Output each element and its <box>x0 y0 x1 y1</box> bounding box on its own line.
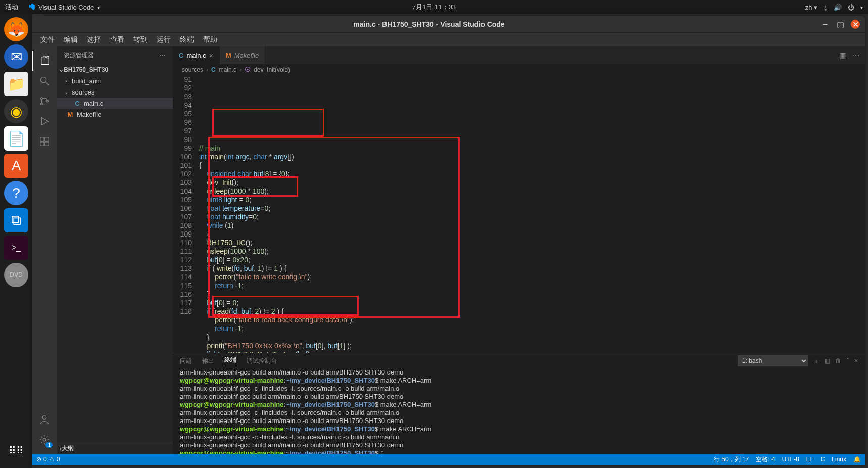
datetime[interactable]: 7月1日 11：03 <box>412 3 456 12</box>
activity-explorer[interactable] <box>32 51 57 71</box>
tree-file-makefile[interactable]: M Makefile <box>57 109 173 120</box>
dock: 🦊 ✉ 📁 ◉ 📄 A ? ⧉ >_ DVD ⠿⠿ <box>0 14 32 468</box>
panel-tabs: 问题 输出 终端 调试控制台 1: bash ＋ ▥ 🗑 ˄ × <box>173 353 865 368</box>
chevron-down-icon: ⌄ <box>64 89 69 95</box>
tab-main-c[interactable]: C main.c × <box>173 46 220 64</box>
status-lang[interactable]: C <box>821 455 825 464</box>
code-editor[interactable]: 9192939495969798991001011021031041051061… <box>173 75 865 353</box>
window-minimize-button[interactable]: – <box>821 20 830 29</box>
minimap[interactable] <box>809 75 865 353</box>
breadcrumb-item[interactable]: sources <box>182 66 203 73</box>
dock-vscode[interactable]: ⧉ <box>4 208 28 232</box>
activities-area[interactable]: 活动 Visual Studio Code ▾ <box>5 3 100 12</box>
status-encoding[interactable]: UTF-8 <box>782 455 799 464</box>
activity-scm[interactable] <box>32 91 57 111</box>
tree-file-main-c[interactable]: C main.c <box>57 98 173 109</box>
dock-firefox[interactable]: 🦊 <box>4 17 28 41</box>
folder-label: sources <box>72 88 95 96</box>
breadcrumb-separator: › <box>239 66 242 73</box>
menu-terminal[interactable]: 终端 <box>177 34 197 45</box>
breadcrumb-item[interactable]: dev_Init(void) <box>254 66 290 73</box>
dock-software[interactable]: A <box>4 154 28 178</box>
menu-selection[interactable]: 选择 <box>84 34 104 45</box>
dock-terminal[interactable]: >_ <box>4 236 28 260</box>
tab-close-icon[interactable]: × <box>209 52 213 60</box>
more-actions-icon[interactable]: ⋯ <box>852 51 860 60</box>
activity-search[interactable] <box>32 71 57 91</box>
close-panel-icon[interactable]: × <box>854 357 858 364</box>
status-os[interactable]: Linux <box>832 455 846 464</box>
chevron-down-icon: ⌄ <box>59 66 64 73</box>
activity-extensions[interactable] <box>32 131 57 152</box>
dock-rhythmbox[interactable]: ◉ <box>4 99 28 123</box>
status-spaces[interactable]: 空格: 4 <box>756 455 775 464</box>
c-file-icon: C <box>211 66 216 73</box>
tab-makefile[interactable]: M Makefile <box>220 46 265 64</box>
menu-go[interactable]: 转到 <box>130 34 151 45</box>
activity-settings[interactable]: 1 <box>32 430 57 450</box>
dock-help[interactable]: ? <box>4 181 28 205</box>
panel-tab-terminal[interactable]: 终端 <box>224 356 236 366</box>
activity-debug[interactable] <box>32 111 57 131</box>
root-folder-label: BH1750_SHT30 <box>64 66 108 73</box>
menu-file[interactable]: 文件 <box>37 34 58 45</box>
dock-files[interactable]: 📁 <box>4 72 28 96</box>
panel-tab-problems[interactable]: 问题 <box>180 357 192 365</box>
folder-root[interactable]: ⌄ BH1750_SHT30 <box>57 64 173 75</box>
settings-badge: 1 <box>45 442 53 448</box>
window-close-button[interactable]: ✕ <box>851 20 860 29</box>
breadcrumb-separator: › <box>206 66 208 73</box>
activity-account[interactable] <box>32 409 57 430</box>
status-bar: ⊘ 0 ⚠ 0 行 50，列 17 空格: 4 UTF-8 LF C Linux… <box>32 454 865 465</box>
menu-edit[interactable]: 编辑 <box>61 34 81 45</box>
activities-label[interactable]: 活动 <box>5 3 18 12</box>
lang-indicator[interactable]: zh ▾ <box>805 4 817 11</box>
vscode-icon <box>28 4 35 11</box>
svg-point-9 <box>43 438 46 441</box>
function-icon: ⦿ <box>245 66 251 73</box>
power-icon[interactable]: ⏻ <box>848 4 854 11</box>
panel-tab-output[interactable]: 输出 <box>202 357 214 365</box>
status-bell-icon[interactable]: 🔔 <box>853 455 861 464</box>
breadcrumbs[interactable]: sources › C main.c › ⦿ dev_Init(void) <box>173 64 865 75</box>
chevron-right-icon: › <box>64 78 69 84</box>
tree-folder-build-arm[interactable]: › build_arm <box>57 75 173 86</box>
code-content[interactable]: // mainint main(int argc, char * argv[])… <box>199 75 809 353</box>
breadcrumb-item[interactable]: main.c <box>219 66 236 73</box>
explorer-more-icon[interactable]: ⋯ <box>160 52 166 59</box>
window-titlebar: main.c - BH1750_SHT30 - Visual Studio Co… <box>32 16 865 32</box>
split-editor-icon[interactable]: ▥ <box>839 51 847 60</box>
terminal-content[interactable]: arm-linux-gnueabihf-gcc build arm/main.o… <box>173 368 865 454</box>
makefile-icon: M <box>67 111 74 118</box>
chevron-down-icon: ▾ <box>860 5 863 10</box>
network-icon[interactable]: ⏚ <box>824 4 828 11</box>
volume-icon[interactable]: 🔊 <box>834 4 842 11</box>
c-file-icon: C <box>74 100 81 107</box>
new-terminal-icon[interactable]: ＋ <box>813 357 819 365</box>
explorer-sidebar: 资源管理器 ⋯ ⌄ BH1750_SHT30 › build_arm ⌄ sou… <box>57 46 173 454</box>
app-name[interactable]: Visual Studio Code <box>38 4 94 11</box>
file-tree: › build_arm ⌄ sources C main.c M Makefil… <box>57 75 173 443</box>
window-maximize-button[interactable]: ▢ <box>836 20 845 29</box>
panel-tab-debug[interactable]: 调试控制台 <box>247 357 277 365</box>
dock-dvd[interactable]: DVD <box>4 263 28 287</box>
status-errors[interactable]: ⊘ 0 ⚠ 0 <box>36 456 60 463</box>
dock-thunderbird[interactable]: ✉ <box>4 44 28 69</box>
menu-view[interactable]: 查看 <box>107 34 127 45</box>
split-terminal-icon[interactable]: ▥ <box>825 357 830 364</box>
menu-help[interactable]: 帮助 <box>200 34 220 45</box>
menu-run[interactable]: 运行 <box>154 34 174 45</box>
tree-folder-sources[interactable]: ⌄ sources <box>57 86 173 98</box>
outline-section[interactable]: › 大纲 <box>57 443 173 454</box>
makefile-icon: M <box>226 52 231 59</box>
file-label: Makefile <box>77 111 101 118</box>
annotation-box <box>212 109 324 137</box>
maximize-panel-icon[interactable]: ˄ <box>846 357 849 364</box>
dock-libreoffice[interactable]: 📄 <box>4 126 28 151</box>
dock-show-apps[interactable]: ⠿⠿ <box>4 439 28 463</box>
terminal-select[interactable]: 1: bash <box>738 355 808 366</box>
status-line-col[interactable]: 行 50，列 17 <box>714 455 749 464</box>
kill-terminal-icon[interactable]: 🗑 <box>835 357 841 364</box>
status-eol[interactable]: LF <box>806 455 813 464</box>
svg-rect-4 <box>40 137 44 141</box>
